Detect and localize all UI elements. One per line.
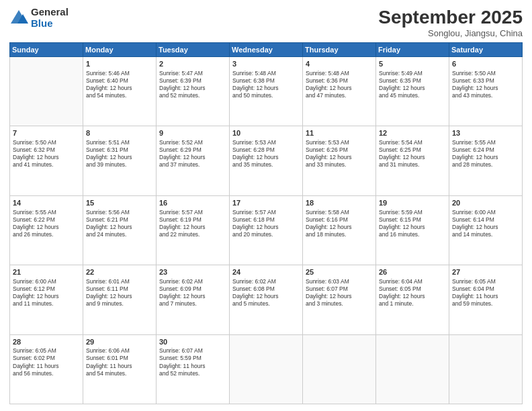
day-number: 2 <box>159 59 226 69</box>
calendar-cell: 12Sunrise: 5:54 AM Sunset: 6:25 PM Dayli… <box>376 126 449 195</box>
calendar-week-1: 1Sunrise: 5:46 AM Sunset: 6:40 PM Daylig… <box>10 57 523 126</box>
day-number: 14 <box>13 198 80 208</box>
day-number: 16 <box>159 198 226 208</box>
day-header-saturday: Saturday <box>449 43 523 57</box>
cell-info: Sunrise: 5:59 AM Sunset: 6:15 PM Dayligh… <box>379 209 446 238</box>
header-row: SundayMondayTuesdayWednesdayThursdayFrid… <box>10 43 523 57</box>
cell-info: Sunrise: 5:57 AM Sunset: 6:18 PM Dayligh… <box>232 209 300 238</box>
calendar-cell: 29Sunrise: 6:06 AM Sunset: 6:01 PM Dayli… <box>83 334 157 404</box>
calendar-cell: 27Sunrise: 6:05 AM Sunset: 6:04 PM Dayli… <box>449 265 523 334</box>
day-number: 15 <box>86 198 153 208</box>
day-number: 12 <box>379 128 446 138</box>
day-number: 19 <box>379 198 446 208</box>
logo-text: General Blue <box>31 7 69 29</box>
calendar-cell: 28Sunrise: 6:05 AM Sunset: 6:02 PM Dayli… <box>10 334 83 404</box>
calendar-cell: 15Sunrise: 5:56 AM Sunset: 6:21 PM Dayli… <box>83 195 157 265</box>
day-number: 25 <box>306 267 373 277</box>
cell-info: Sunrise: 5:58 AM Sunset: 6:16 PM Dayligh… <box>306 209 373 238</box>
calendar-cell: 25Sunrise: 6:03 AM Sunset: 6:07 PM Dayli… <box>303 265 376 334</box>
calendar-cell: 30Sunrise: 6:07 AM Sunset: 5:59 PM Dayli… <box>157 334 230 404</box>
page: General Blue September 2025 Songlou, Jia… <box>0 0 532 411</box>
cell-info: Sunrise: 5:57 AM Sunset: 6:19 PM Dayligh… <box>159 209 226 238</box>
calendar-cell: 14Sunrise: 5:55 AM Sunset: 6:22 PM Dayli… <box>10 195 83 265</box>
day-number: 22 <box>86 267 153 277</box>
calendar-cell: 10Sunrise: 5:53 AM Sunset: 6:28 PM Dayli… <box>230 126 303 195</box>
day-number: 30 <box>159 337 226 347</box>
calendar-week-2: 7Sunrise: 5:50 AM Sunset: 6:32 PM Daylig… <box>10 126 523 195</box>
day-number: 6 <box>452 59 519 69</box>
cell-info: Sunrise: 5:46 AM Sunset: 6:40 PM Dayligh… <box>86 70 153 99</box>
calendar-cell: 7Sunrise: 5:50 AM Sunset: 6:32 PM Daylig… <box>10 126 83 195</box>
logo: General Blue <box>9 7 69 29</box>
cell-info: Sunrise: 5:53 AM Sunset: 6:26 PM Dayligh… <box>306 139 373 169</box>
calendar-cell: 16Sunrise: 5:57 AM Sunset: 6:19 PM Dayli… <box>157 195 230 265</box>
calendar-cell <box>230 334 303 404</box>
calendar-cell: 6Sunrise: 5:50 AM Sunset: 6:33 PM Daylig… <box>449 57 523 126</box>
calendar-cell: 5Sunrise: 5:49 AM Sunset: 6:35 PM Daylig… <box>376 57 449 126</box>
cell-info: Sunrise: 5:54 AM Sunset: 6:25 PM Dayligh… <box>379 139 446 169</box>
calendar-week-4: 21Sunrise: 6:00 AM Sunset: 6:12 PM Dayli… <box>10 265 523 334</box>
day-header-monday: Monday <box>83 43 157 57</box>
cell-info: Sunrise: 6:01 AM Sunset: 6:11 PM Dayligh… <box>86 278 153 308</box>
calendar-cell <box>303 334 376 404</box>
day-number: 5 <box>379 59 446 69</box>
cell-info: Sunrise: 6:05 AM Sunset: 6:04 PM Dayligh… <box>452 278 519 308</box>
cell-info: Sunrise: 6:04 AM Sunset: 6:05 PM Dayligh… <box>379 278 446 308</box>
title-area: September 2025 Songlou, Jiangsu, China <box>378 7 523 38</box>
day-number: 11 <box>306 128 373 138</box>
cell-info: Sunrise: 5:56 AM Sunset: 6:21 PM Dayligh… <box>86 209 153 238</box>
calendar-cell: 20Sunrise: 6:00 AM Sunset: 6:14 PM Dayli… <box>449 195 523 265</box>
day-header-sunday: Sunday <box>10 43 83 57</box>
calendar-week-3: 14Sunrise: 5:55 AM Sunset: 6:22 PM Dayli… <box>10 195 523 265</box>
cell-info: Sunrise: 5:55 AM Sunset: 6:22 PM Dayligh… <box>13 209 80 238</box>
day-header-thursday: Thursday <box>303 43 376 57</box>
day-header-wednesday: Wednesday <box>230 43 303 57</box>
day-number: 26 <box>379 267 446 277</box>
day-number: 4 <box>306 59 373 69</box>
calendar-cell: 18Sunrise: 5:58 AM Sunset: 6:16 PM Dayli… <box>303 195 376 265</box>
day-header-friday: Friday <box>376 43 449 57</box>
logo-icon <box>9 9 28 28</box>
day-header-tuesday: Tuesday <box>157 43 230 57</box>
day-number: 17 <box>232 198 300 208</box>
cell-info: Sunrise: 6:02 AM Sunset: 6:08 PM Dayligh… <box>232 278 300 308</box>
day-number: 28 <box>13 337 80 347</box>
calendar-cell <box>449 334 523 404</box>
cell-info: Sunrise: 6:05 AM Sunset: 6:02 PM Dayligh… <box>13 347 80 377</box>
day-number: 13 <box>452 128 519 138</box>
calendar-cell: 8Sunrise: 5:51 AM Sunset: 6:31 PM Daylig… <box>83 126 157 195</box>
day-number: 1 <box>86 59 153 69</box>
logo-general: General <box>31 7 69 18</box>
calendar-cell: 9Sunrise: 5:52 AM Sunset: 6:29 PM Daylig… <box>157 126 230 195</box>
cell-info: Sunrise: 6:00 AM Sunset: 6:12 PM Dayligh… <box>13 278 80 308</box>
calendar-cell <box>376 334 449 404</box>
cell-info: Sunrise: 5:48 AM Sunset: 6:38 PM Dayligh… <box>232 70 300 99</box>
calendar-cell: 21Sunrise: 6:00 AM Sunset: 6:12 PM Dayli… <box>10 265 83 334</box>
day-number: 24 <box>232 267 300 277</box>
day-number: 27 <box>452 267 519 277</box>
calendar-cell <box>10 57 83 126</box>
cell-info: Sunrise: 5:51 AM Sunset: 6:31 PM Dayligh… <box>86 139 153 169</box>
month-title: September 2025 <box>378 7 523 28</box>
cell-info: Sunrise: 6:00 AM Sunset: 6:14 PM Dayligh… <box>452 209 519 238</box>
location: Songlou, Jiangsu, China <box>378 28 523 38</box>
calendar-cell: 4Sunrise: 5:48 AM Sunset: 6:36 PM Daylig… <box>303 57 376 126</box>
calendar-cell: 2Sunrise: 5:47 AM Sunset: 6:39 PM Daylig… <box>157 57 230 126</box>
calendar-cell: 22Sunrise: 6:01 AM Sunset: 6:11 PM Dayli… <box>83 265 157 334</box>
calendar-cell: 23Sunrise: 6:02 AM Sunset: 6:09 PM Dayli… <box>157 265 230 334</box>
day-number: 3 <box>232 59 300 69</box>
cell-info: Sunrise: 5:47 AM Sunset: 6:39 PM Dayligh… <box>159 70 226 99</box>
calendar-cell: 17Sunrise: 5:57 AM Sunset: 6:18 PM Dayli… <box>230 195 303 265</box>
calendar-cell: 26Sunrise: 6:04 AM Sunset: 6:05 PM Dayli… <box>376 265 449 334</box>
cell-info: Sunrise: 5:52 AM Sunset: 6:29 PM Dayligh… <box>159 139 226 169</box>
calendar-week-5: 28Sunrise: 6:05 AM Sunset: 6:02 PM Dayli… <box>10 334 523 404</box>
cell-info: Sunrise: 5:50 AM Sunset: 6:33 PM Dayligh… <box>452 70 519 99</box>
calendar-table: SundayMondayTuesdayWednesdayThursdayFrid… <box>9 42 523 404</box>
day-number: 29 <box>86 337 153 347</box>
header: General Blue September 2025 Songlou, Jia… <box>9 7 523 38</box>
cell-info: Sunrise: 5:48 AM Sunset: 6:36 PM Dayligh… <box>306 70 373 99</box>
cell-info: Sunrise: 5:49 AM Sunset: 6:35 PM Dayligh… <box>379 70 446 99</box>
calendar-cell: 1Sunrise: 5:46 AM Sunset: 6:40 PM Daylig… <box>83 57 157 126</box>
day-number: 23 <box>159 267 226 277</box>
day-number: 20 <box>452 198 519 208</box>
